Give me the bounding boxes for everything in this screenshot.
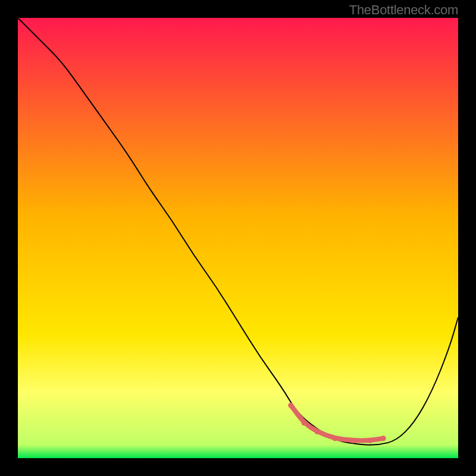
highlight-marker xyxy=(332,436,337,441)
plot-area xyxy=(18,18,458,458)
highlight-marker xyxy=(368,438,373,443)
highlight-marker xyxy=(381,436,386,441)
attribution-text: TheBottleneck.com xyxy=(349,2,458,18)
gradient-background xyxy=(18,18,458,458)
highlight-marker xyxy=(350,438,355,443)
highlight-marker xyxy=(315,429,320,434)
highlight-marker xyxy=(302,420,307,425)
highlight-marker xyxy=(288,403,293,408)
chart-frame: TheBottleneck.com xyxy=(0,0,476,476)
bottleneck-chart xyxy=(18,18,458,458)
